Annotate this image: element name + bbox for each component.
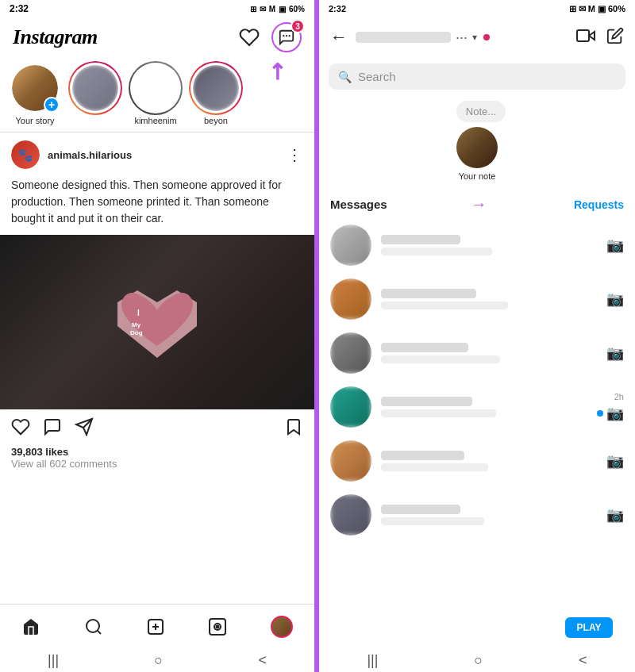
nav-reels[interactable] — [200, 614, 235, 639]
message-preview-blur — [381, 517, 484, 525]
requests-link[interactable]: Requests — [574, 198, 624, 211]
dm-username-area: ··· ▾ — [356, 29, 568, 46]
camera-icon: 📷 — [606, 405, 624, 422]
message-name-blur — [381, 397, 472, 406]
message-item[interactable]: 📷 — [319, 326, 635, 380]
svg-text:♥: ♥ — [149, 309, 158, 325]
play-hint-area: PLAY — [319, 611, 635, 646]
add-story-icon[interactable]: + — [44, 97, 60, 113]
battery-r: 60% — [608, 4, 625, 13]
message-preview-blur — [381, 463, 488, 471]
nav-add[interactable] — [138, 614, 173, 639]
message-name-blur — [381, 505, 460, 514]
likes-count: 39,803 likes — [11, 446, 303, 458]
camera-icon: 📷 — [606, 452, 624, 470]
message-preview-blur — [381, 355, 500, 363]
story-item-your[interactable]: + Your story — [10, 63, 60, 125]
message-list: 📷 📷 📷 — [319, 218, 635, 611]
post-image: I My Dog ♥ — [0, 235, 314, 409]
android-home-left[interactable]: ○ — [154, 652, 163, 669]
message-avatar — [330, 278, 371, 320]
nav-profile[interactable] — [263, 612, 301, 641]
message-meta: 📷 — [606, 506, 624, 524]
status-icons-left: ⊞ ✉ M ▣ 60% — [250, 5, 305, 13]
story-label-beyond: beyon — [204, 116, 228, 125]
chevron-down-icon: ▾ — [472, 32, 477, 43]
messenger-button[interactable]: 3 ↗ — [271, 22, 302, 52]
post-menu-button[interactable]: ⋮ — [287, 145, 303, 164]
search-input[interactable]: Search — [358, 70, 616, 83]
battery-text: 60% — [289, 5, 305, 13]
message-item[interactable]: 📷 — [319, 488, 635, 542]
message-meta: 2h 📷 — [597, 392, 624, 422]
play-button[interactable]: PLAY — [565, 617, 613, 638]
like-button[interactable] — [11, 417, 30, 441]
story-item-kimheenim[interactable]: 👤 kimheenim — [130, 63, 181, 125]
requests-arrow-icon: → — [471, 195, 487, 213]
message-item[interactable]: 📷 — [319, 218, 635, 272]
nav-search[interactable] — [76, 614, 111, 639]
time-right: 2:32 — [329, 4, 346, 13]
message-avatar — [330, 225, 371, 266]
status-bar-left: 2:32 ⊞ ✉ M ▣ 60% — [0, 0, 314, 17]
android-nav-right: ||| ○ < — [319, 646, 635, 672]
bottom-nav — [0, 604, 314, 646]
message-item[interactable]: 📷 — [319, 434, 635, 488]
message-time: 2h — [614, 392, 624, 401]
android-menu-left[interactable]: ||| — [48, 652, 59, 669]
svg-rect-16 — [577, 30, 589, 41]
post-header: 🐾 animals.hilarious ⋮ — [0, 132, 314, 177]
ig-header: Instagram 3 ↗ — [0, 17, 314, 57]
back-button[interactable]: ← — [330, 27, 348, 48]
android-nav-left: ||| ○ < — [0, 646, 314, 672]
message-avatar — [330, 386, 371, 428]
view-comments-link[interactable]: View all 602 comments — [11, 458, 303, 470]
comment-button[interactable] — [43, 417, 62, 441]
message-preview-blur — [381, 409, 496, 417]
gps-icon-r: M — [588, 4, 595, 13]
save-button[interactable] — [284, 417, 303, 441]
dm-menu-dots[interactable]: ··· — [456, 29, 468, 46]
android-home-right[interactable]: ○ — [474, 652, 483, 669]
messenger-badge: 3 — [291, 19, 305, 33]
message-item[interactable]: 📷 — [319, 272, 635, 326]
message-info — [381, 505, 597, 525]
search-bar[interactable]: 🔍 Search — [329, 63, 625, 90]
message-info — [381, 343, 597, 363]
story-label-kimheenim: kimheenim — [134, 116, 176, 125]
camera-icon: 📷 — [606, 290, 624, 308]
message-meta: 📷 — [606, 290, 624, 308]
android-menu-right[interactable]: ||| — [367, 652, 378, 669]
signal-icon-r: ⊞ — [569, 4, 576, 13]
unread-indicator — [597, 410, 603, 417]
nav-home[interactable] — [13, 614, 48, 639]
message-name-blur — [381, 343, 468, 352]
video-call-button[interactable] — [576, 26, 595, 48]
note-avatar[interactable] — [456, 127, 498, 168]
your-note-label: Your note — [459, 171, 496, 181]
message-meta: 📷 — [606, 344, 624, 362]
message-meta: 📷 — [606, 452, 624, 470]
wifi-icon: ▣ — [279, 5, 286, 13]
mail-icon-r: ✉ — [579, 4, 586, 13]
post-caption: Someone designed this. Then someone appr… — [0, 177, 314, 235]
story-item-2[interactable]: ​ — [70, 63, 121, 125]
gps-icon: M — [269, 5, 275, 13]
messages-title: Messages — [330, 198, 387, 211]
message-name-blur — [381, 289, 476, 298]
share-button[interactable] — [75, 417, 94, 441]
post-meta: 39,803 likes View all 602 comments — [0, 446, 314, 476]
post-actions — [0, 409, 314, 446]
right-panel: 2:32 ⊞ ✉ M ▣ 60% ← ··· ▾ — [318, 0, 635, 672]
camera-icon: 📷 — [606, 236, 624, 254]
message-info — [381, 289, 597, 309]
android-back-right[interactable]: < — [579, 652, 587, 669]
story-item-beyond[interactable]: beyon — [190, 63, 241, 125]
online-indicator — [483, 34, 490, 40]
edit-button[interactable] — [606, 27, 624, 48]
heart-button[interactable] — [238, 26, 260, 48]
message-info — [381, 451, 597, 471]
android-back-left[interactable]: < — [258, 652, 267, 669]
message-item[interactable]: 2h 📷 — [319, 380, 635, 434]
svg-text:My: My — [132, 321, 141, 328]
